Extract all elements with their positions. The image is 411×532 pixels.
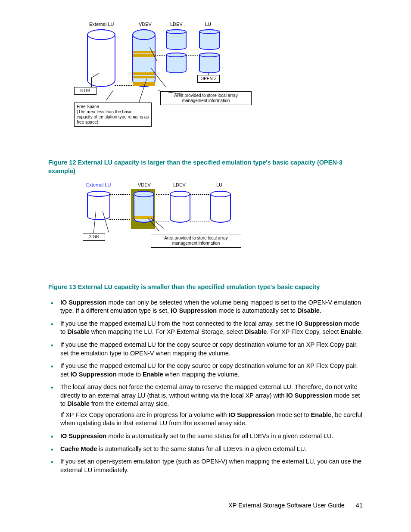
bullet-flexcopy-emulation: If you use the mapped external LU for th… — [48, 341, 363, 358]
fig13-ldev-cyl — [170, 191, 190, 223]
fig12-open3-box: OPEN-3 — [197, 75, 220, 83]
fig12-mgmt-box: Area provided to store local array manag… — [160, 91, 252, 105]
txt: IO Suppression — [296, 320, 342, 327]
fig12-freespace-box: Free Space (The area less than the basic… — [74, 103, 152, 127]
page-footer: XP External Storage Software User Guide … — [228, 502, 363, 509]
fig12-vdev-cyl — [132, 29, 156, 87]
txt: . For XP Flex Copy, select — [267, 328, 340, 335]
txt: when mapping the volume. — [163, 371, 240, 378]
fig12-label-vdev: VDEV — [139, 22, 152, 27]
bullet-host-disable: If you use the mapped external LU from t… — [48, 320, 363, 336]
txt: Disable — [67, 328, 90, 335]
footer-title: XP External Storage Software User Guide — [228, 502, 345, 509]
txt: from the external array side. — [90, 400, 169, 407]
txt: If you use the mapped external LU from t… — [60, 320, 296, 327]
fig12-ldev-cyl-1 — [166, 29, 187, 50]
fig12-lu-cyl-1 — [199, 29, 220, 50]
txt: mode is automatically set to — [217, 307, 297, 314]
txt: mode set to — [275, 411, 311, 418]
txt: . — [320, 307, 321, 314]
txt: If XP Flex Copy operations are in progre… — [60, 411, 229, 418]
fig13-label-external-lu: External LU — [86, 182, 111, 187]
txt: IO Suppression — [286, 392, 332, 399]
txt: Enable — [143, 371, 163, 378]
txt: Disable — [245, 328, 267, 335]
fig13-lu-cyl — [210, 191, 231, 223]
txt: IO Suppression — [60, 432, 106, 439]
fig12-ldev-cyl-2 — [166, 53, 187, 73]
fig13-label-ldev: LDEV — [173, 182, 186, 187]
bullet-list: IO Suppression mode can only be selected… — [48, 299, 363, 475]
fig13-label-vdev: VDEV — [138, 182, 151, 187]
txt: IO Suppression — [70, 371, 116, 378]
txt: IO Suppression — [60, 299, 106, 306]
fig13-external-lu-cyl — [87, 191, 110, 220]
bullet-flexcopy-enable: If you use the mapped external LU for th… — [48, 362, 363, 379]
bullet-open-system-immediate: If you set an open-system emulation type… — [48, 457, 363, 474]
txt: mode is automatically set to the same st… — [106, 432, 333, 439]
footer-page-number: 41 — [356, 502, 363, 509]
fig12-label-external-lu: External LU — [89, 22, 114, 27]
bullet-io-suppression-openv: IO Suppression mode can only be selected… — [48, 299, 363, 315]
bullet-cache-mode-same-status: Cache Mode is automatically set to the s… — [48, 445, 363, 454]
txt: Cache Mode — [60, 445, 97, 452]
figure-13-caption: Figure 13 External LU capacity is smalle… — [48, 283, 363, 292]
txt: when mapping the LU. For XP External Sto… — [90, 328, 245, 335]
txt: is automatically set to the same status … — [97, 445, 306, 452]
txt: . — [361, 328, 363, 335]
fig12-lu-cyl-2 — [199, 53, 220, 73]
fig13-mgmt-box: Area provided to store local array manag… — [151, 234, 241, 248]
figure-13-diagram: External LU VDEV LDEV LU 2 GB — [74, 182, 246, 260]
txt: Enable — [340, 328, 361, 335]
fig12-label-ldev: LDEV — [170, 22, 183, 27]
txt: Disable — [67, 400, 90, 407]
figure-12-diagram: External LU VDEV LDEV LU — [74, 22, 264, 129]
fig13-label-lu: LU — [216, 182, 222, 187]
txt: Disable — [297, 307, 320, 314]
txt: mode to — [117, 371, 143, 378]
txt: Enable — [311, 411, 332, 418]
fig13-2gb-box: 2 GB — [83, 233, 105, 241]
txt: IO Suppression — [171, 307, 217, 314]
fig12-6gb-box: 6 GB — [74, 87, 97, 95]
bullet-io-suppression-same-status: IO Suppression mode is automatically set… — [48, 432, 363, 441]
bullet-reserve-warning: The local array does not force the exter… — [48, 383, 363, 428]
txt: IO Suppression — [229, 411, 275, 418]
fig12-label-lu: LU — [205, 22, 211, 27]
figure-12-caption: Figure 12 External LU capacity is larger… — [48, 159, 363, 175]
